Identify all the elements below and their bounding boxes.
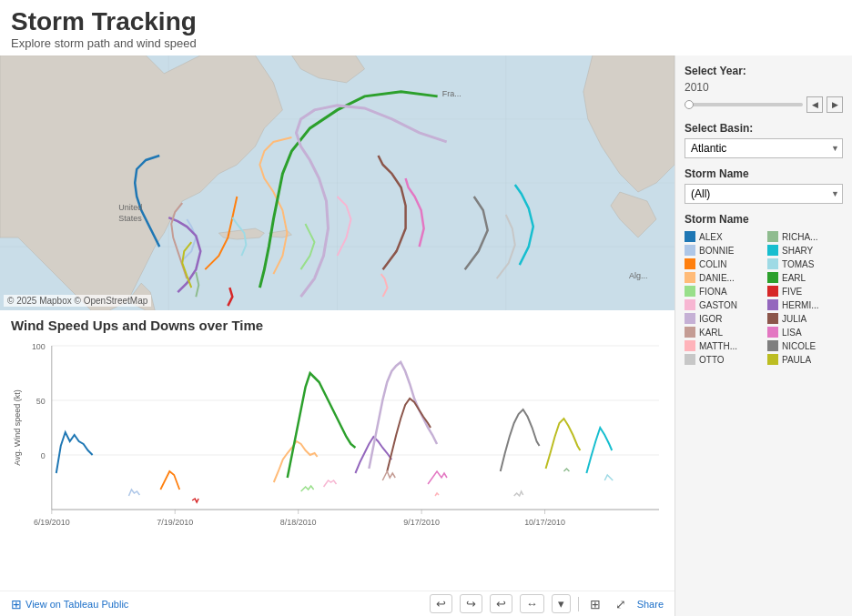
legend-color-swatch bbox=[767, 299, 778, 310]
legend-item-label: EARL bbox=[782, 273, 806, 283]
legend-item[interactable]: ALEX bbox=[685, 231, 760, 242]
legend-color-swatch bbox=[685, 245, 695, 256]
nav-controls: ↩ ↪ ↩ ↔ ▾ ⊞ ⤢ Share bbox=[430, 594, 664, 613]
chart-container: 100 50 0 Avg. Wind speed (kt) 6/19/2010 bbox=[11, 337, 664, 537]
svg-text:50: 50 bbox=[36, 397, 46, 406]
svg-text:8/18/2010: 8/18/2010 bbox=[280, 518, 317, 527]
legend-color-swatch bbox=[767, 231, 778, 242]
legend-item-label: KARL bbox=[699, 328, 723, 338]
legend-item[interactable]: COLIN bbox=[685, 258, 760, 269]
legend-item-label: ALEX bbox=[699, 232, 723, 242]
bottom-bar: ⊞ View on Tableau Public ↩ ↪ ↩ ↔ ▾ ⊞ ⤢ S… bbox=[0, 591, 674, 616]
legend-color-swatch bbox=[767, 313, 778, 324]
legend-color-swatch bbox=[767, 258, 778, 269]
legend-item[interactable]: NICOLE bbox=[767, 340, 843, 351]
select-basin-label: Select Basin: bbox=[685, 122, 843, 135]
legend-color-swatch bbox=[685, 286, 695, 297]
legend-item-label: NICOLE bbox=[782, 341, 816, 351]
legend-item[interactable]: DANIE... bbox=[685, 272, 760, 283]
legend-item-label: FIONA bbox=[699, 287, 727, 297]
map-credits: © 2025 Mapbox © OpenStreetMap bbox=[4, 295, 151, 307]
legend-item-label: HERMI... bbox=[782, 300, 819, 310]
legend-color-swatch bbox=[685, 272, 695, 283]
legend-color-swatch bbox=[685, 340, 695, 351]
year-next-button[interactable]: ▶ bbox=[827, 96, 843, 113]
basin-select[interactable]: Atlantic Pacific Gulf bbox=[685, 138, 843, 158]
header: Storm Tracking Explore storm path and wi… bbox=[0, 0, 852, 56]
svg-text:10/17/2010: 10/17/2010 bbox=[524, 518, 565, 527]
share-label: Share bbox=[637, 599, 664, 610]
legend-item[interactable]: GASTON bbox=[685, 299, 760, 310]
year-slider-row: ◀ ▶ bbox=[685, 96, 843, 113]
legend-item[interactable]: OTTO bbox=[685, 354, 760, 365]
basin-select-wrapper: Atlantic Pacific Gulf ▼ bbox=[685, 138, 843, 158]
map-svg: Fra... Alg... United States Me... bbox=[0, 56, 674, 310]
svg-text:7/19/2010: 7/19/2010 bbox=[157, 518, 193, 527]
year-prev-button[interactable]: ◀ bbox=[806, 96, 823, 113]
svg-text:100: 100 bbox=[32, 342, 46, 351]
legend-section: Storm Name ALEX RICHA... BONNIE SHARY CO… bbox=[685, 213, 843, 365]
legend-item-label: JULIA bbox=[782, 314, 806, 324]
chart-section: Wind Speed Ups and Downs over Time 100 5… bbox=[0, 310, 674, 591]
legend-item[interactable]: EARL bbox=[767, 272, 843, 283]
legend-item-label: DANIE... bbox=[699, 273, 735, 283]
legend-item-label: MATTH... bbox=[699, 341, 737, 351]
legend-item[interactable]: BONNIE bbox=[685, 245, 760, 256]
redo-button[interactable]: ↪ bbox=[460, 594, 482, 613]
legend-color-swatch bbox=[685, 327, 695, 338]
reset-button[interactable]: ↩ bbox=[490, 594, 512, 613]
legend-color-swatch bbox=[685, 313, 695, 324]
legend-item[interactable]: RICHA... bbox=[767, 231, 843, 242]
year-slider-thumb[interactable] bbox=[685, 100, 694, 109]
fullscreen-button[interactable]: ⊞ bbox=[586, 595, 604, 613]
undo-button[interactable]: ↩ bbox=[430, 594, 452, 613]
chart-svg: 100 50 0 Avg. Wind speed (kt) 6/19/2010 bbox=[11, 337, 664, 537]
svg-text:Fra...: Fra... bbox=[442, 89, 462, 98]
storm-name-select[interactable]: (All) bbox=[685, 184, 843, 204]
legend-item[interactable]: HERMI... bbox=[767, 299, 843, 310]
svg-text:6/19/2010: 6/19/2010 bbox=[34, 518, 70, 527]
legend-color-swatch bbox=[685, 258, 695, 269]
legend-color-swatch bbox=[767, 245, 778, 256]
legend-item-label: RICHA... bbox=[782, 232, 817, 242]
svg-text:States: States bbox=[118, 214, 142, 223]
legend-item[interactable]: TOMAS bbox=[767, 258, 843, 269]
pan-button[interactable]: ↔ bbox=[520, 594, 544, 613]
share-button[interactable]: ⤢ bbox=[612, 595, 630, 613]
svg-text:9/17/2010: 9/17/2010 bbox=[403, 518, 440, 527]
svg-text:Avg. Wind speed (kt): Avg. Wind speed (kt) bbox=[13, 389, 22, 465]
legend-item-label: IGOR bbox=[699, 314, 723, 324]
legend-grid: ALEX RICHA... BONNIE SHARY COLIN TOMAS D… bbox=[685, 231, 843, 365]
more-button[interactable]: ▾ bbox=[552, 594, 571, 613]
legend-item[interactable]: MATTH... bbox=[685, 340, 760, 351]
legend-item-label: PAULA bbox=[782, 355, 811, 365]
year-slider-track[interactable] bbox=[685, 103, 803, 106]
legend-color-swatch bbox=[685, 354, 695, 365]
select-year-label: Select Year: bbox=[685, 65, 843, 77]
legend-color-swatch bbox=[767, 327, 778, 338]
page-title: Storm Tracking bbox=[11, 7, 841, 36]
legend-item[interactable]: FIONA bbox=[685, 286, 760, 297]
storm-name-select-wrapper: (All) ▼ bbox=[685, 184, 843, 204]
legend-item[interactable]: PAULA bbox=[767, 354, 843, 365]
legend-item[interactable]: SHARY bbox=[767, 245, 843, 256]
legend-title: Storm Name bbox=[685, 213, 843, 226]
page-subtitle: Explore storm path and wind speed bbox=[11, 36, 841, 50]
legend-color-swatch bbox=[767, 286, 778, 297]
legend-item[interactable]: JULIA bbox=[767, 313, 843, 324]
legend-item[interactable]: FIVE bbox=[767, 286, 843, 297]
legend-item[interactable]: LISA bbox=[767, 327, 843, 338]
legend-item-label: FIVE bbox=[782, 287, 802, 297]
legend-color-swatch bbox=[685, 299, 695, 310]
legend-color-swatch bbox=[767, 340, 778, 351]
tableau-icon: ⊞ bbox=[11, 597, 22, 611]
legend-item[interactable]: KARL bbox=[685, 327, 760, 338]
map-container: Fra... Alg... United States Me... © 2025… bbox=[0, 56, 674, 310]
tableau-link[interactable]: ⊞ View on Tableau Public bbox=[11, 597, 128, 611]
storm-name-filter-label: Storm Name bbox=[685, 167, 843, 180]
legend-item-label: SHARY bbox=[782, 246, 813, 256]
legend-color-swatch bbox=[767, 354, 778, 365]
legend-item[interactable]: IGOR bbox=[685, 313, 760, 324]
legend-item-label: OTTO bbox=[699, 355, 725, 365]
svg-text:Alg...: Alg... bbox=[629, 271, 648, 280]
